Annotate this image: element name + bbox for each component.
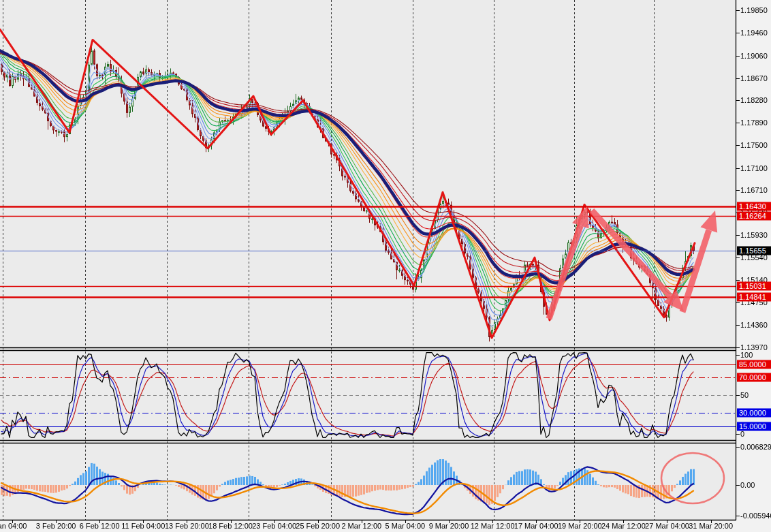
macd-tick-label: 0.0068298 [740, 443, 771, 451]
indicator-axis-badge: 85.0000 [737, 360, 771, 369]
indicator-axis-badge: 15.0000 [737, 422, 771, 431]
time-tick-label: 12 Mar 12:00 [471, 522, 515, 530]
price-tick-label: 1.16710 [740, 186, 768, 194]
time-tick-label: 9 Mar 20:00 [429, 522, 469, 530]
price-tick-label: 1.17890 [740, 119, 768, 127]
time-tick-label: 24 Mar 12:00 [601, 522, 646, 530]
time-tick-label: 17 Mar 04:00 [514, 522, 558, 530]
time-tick-label: 27 Mar 04:00 [645, 522, 689, 530]
indicator-tick-label: 100 [740, 351, 753, 359]
time-tick-label: 3 Feb 20:00 [36, 522, 76, 530]
price-axis-badge: 1.15031 [737, 282, 771, 291]
macd-tick-label: -0.0059401 [740, 512, 771, 520]
time-tick-label: an 04:00 [0, 522, 27, 530]
price-tick-label: 1.19850 [740, 6, 768, 14]
time-tick-label: 11 Feb 04:00 [121, 522, 165, 530]
time-tick-label: 19 Mar 20:00 [558, 522, 602, 530]
indicator-tick-label: 0 [740, 430, 744, 438]
trading-chart-window: 1.198501.194601.190601.186701.182801.178… [0, 0, 771, 532]
indicator-axis-badge: 70.0000 [737, 373, 771, 382]
time-tick-label: 25 Feb 20:00 [296, 522, 340, 530]
time-tick-label: 23 Feb 04:00 [252, 522, 296, 530]
price-tick-label: 1.17500 [740, 141, 768, 149]
time-tick-label: 18 Feb 12:00 [208, 522, 253, 530]
time-tick-label: 5 Mar 04:00 [386, 522, 426, 530]
time-tick-label: 13 Feb 20:00 [165, 522, 209, 530]
price-tick-label: 1.19460 [740, 29, 768, 37]
price-tick-label: 1.17100 [740, 164, 768, 172]
time-tick-label: 2 Mar 12:00 [341, 522, 381, 530]
macd-tick-label: 0.00 [740, 481, 755, 489]
price-tick-label: 1.13970 [740, 343, 768, 351]
time-tick-label: 31 Mar 20:00 [689, 522, 733, 530]
indicator-axis-badge: 30.0000 [737, 409, 771, 418]
indicator-tick-label: 50 [740, 391, 749, 399]
price-tick-label: 1.19060 [740, 52, 768, 60]
price-tick-label: 1.15930 [740, 231, 768, 239]
price-axis-badge: 1.15655 [737, 247, 771, 255]
price-axis-badge: 1.16264 [737, 211, 771, 220]
price-tick-label: 1.14360 [740, 321, 768, 329]
time-tick-label: 6 Feb 12:00 [80, 522, 120, 530]
price-axis-badge: 1.14841 [737, 293, 771, 302]
chart-canvas[interactable] [0, 0, 771, 532]
price-axis-badge: 1.16430 [737, 202, 771, 210]
price-tick-label: 1.18670 [740, 74, 768, 82]
price-tick-label: 1.18280 [740, 96, 768, 104]
